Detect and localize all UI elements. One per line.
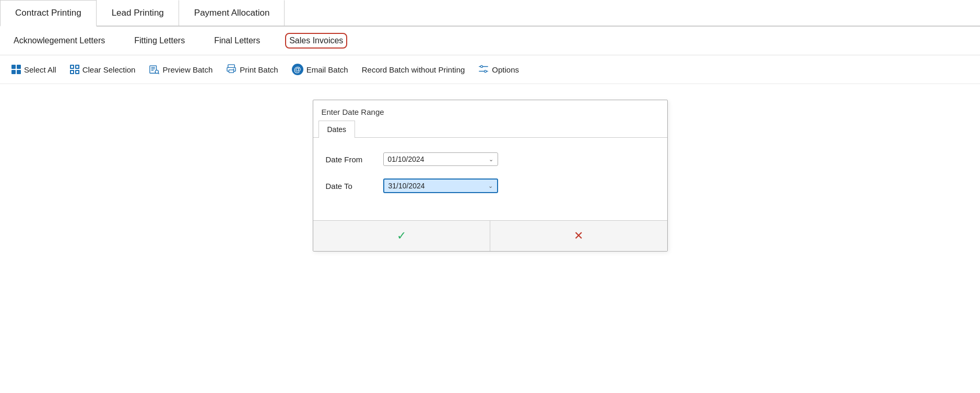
- subtab-sales-invoices[interactable]: Sales Invoices: [285, 33, 347, 49]
- tab-lead-printing-label: Lead Printing: [112, 8, 164, 18]
- subtab-final-letters[interactable]: Final Letters: [210, 33, 264, 49]
- svg-rect-8: [229, 69, 234, 72]
- preview-batch-icon: [149, 65, 159, 74]
- record-batch-label: Record Batch without Printing: [362, 65, 465, 74]
- select-all-label: Select All: [24, 65, 56, 74]
- main-content: Enter Date Range Dates Date From 01/10/2…: [0, 84, 980, 267]
- tab-payment-allocation-label: Payment Allocation: [194, 8, 270, 18]
- email-batch-button[interactable]: @ Email Batch: [287, 61, 353, 78]
- date-to-value: 31/10/2024: [388, 182, 485, 190]
- date-to-input[interactable]: 31/10/2024 ⌄: [383, 178, 498, 193]
- dialog-footer: ✓ ✕: [313, 220, 667, 251]
- dialog-confirm-button[interactable]: ✓: [313, 221, 491, 251]
- print-batch-icon: [226, 64, 237, 75]
- dialog-body: Date From 01/10/2024 ⌄ Date To 31/10/202…: [313, 138, 667, 220]
- email-batch-label: Email Batch: [306, 65, 348, 74]
- date-to-row: Date To 31/10/2024 ⌄: [326, 178, 655, 193]
- tab-contract-printing[interactable]: Contract Printing: [0, 0, 97, 27]
- print-batch-label: Print Batch: [240, 65, 278, 74]
- preview-batch-button[interactable]: Preview Batch: [144, 62, 218, 77]
- subtab-acknowledgement-letters-label: Acknowlegement Letters: [14, 36, 105, 45]
- date-to-dropdown-arrow: ⌄: [488, 183, 493, 189]
- subtab-final-letters-label: Final Letters: [214, 36, 260, 45]
- svg-point-11: [481, 65, 483, 67]
- confirm-icon: ✓: [397, 229, 406, 243]
- tab-lead-printing[interactable]: Lead Printing: [97, 0, 179, 26]
- svg-rect-1: [151, 67, 155, 68]
- options-icon: [478, 65, 489, 75]
- date-range-dialog: Enter Date Range Dates Date From 01/10/2…: [313, 100, 668, 252]
- dialog-tabs: Dates: [313, 121, 667, 138]
- date-from-dropdown-arrow: ⌄: [489, 156, 493, 163]
- date-from-label: Date From: [326, 155, 383, 164]
- clear-selection-button[interactable]: Clear Selection: [65, 62, 141, 77]
- subtab-fitting-letters[interactable]: Fitting Letters: [130, 33, 189, 49]
- options-label: Options: [492, 65, 519, 74]
- subtab-fitting-letters-label: Fitting Letters: [134, 36, 185, 45]
- record-batch-button[interactable]: Record Batch without Printing: [357, 62, 470, 77]
- tab-contract-printing-label: Contract Printing: [15, 8, 81, 18]
- svg-line-5: [158, 73, 159, 74]
- clear-selection-label: Clear Selection: [82, 65, 136, 74]
- print-batch-button[interactable]: Print Batch: [221, 61, 283, 78]
- date-from-value: 01/10/2024: [388, 155, 486, 163]
- dialog-tab-dates[interactable]: Dates: [318, 121, 356, 138]
- subtab-acknowledgement-letters[interactable]: Acknowlegement Letters: [9, 33, 109, 49]
- select-all-button[interactable]: Select All: [6, 62, 62, 77]
- main-tabs: Contract Printing Lead Printing Payment …: [0, 0, 980, 27]
- svg-point-13: [485, 70, 487, 72]
- svg-rect-3: [151, 70, 154, 70]
- dialog-cancel-button[interactable]: ✕: [490, 221, 667, 251]
- clear-selection-icon: [70, 65, 79, 74]
- subtab-sales-invoices-label: Sales Invoices: [289, 36, 343, 45]
- select-all-icon: [11, 65, 21, 74]
- email-batch-icon: @: [292, 64, 303, 75]
- date-from-input[interactable]: 01/10/2024 ⌄: [383, 152, 498, 166]
- subtabs-row: Acknowlegement Letters Fitting Letters F…: [0, 27, 980, 55]
- date-from-row: Date From 01/10/2024 ⌄: [326, 152, 655, 166]
- options-button[interactable]: Options: [473, 62, 524, 78]
- dialog-title: Enter Date Range: [313, 100, 667, 121]
- preview-batch-label: Preview Batch: [162, 65, 212, 74]
- svg-rect-2: [151, 68, 155, 69]
- toolbar: Select All Clear Selection Preview Batch: [0, 55, 980, 84]
- cancel-icon: ✕: [574, 229, 583, 243]
- svg-rect-9: [233, 68, 234, 69]
- date-to-label: Date To: [326, 182, 383, 190]
- tab-payment-allocation[interactable]: Payment Allocation: [179, 0, 285, 26]
